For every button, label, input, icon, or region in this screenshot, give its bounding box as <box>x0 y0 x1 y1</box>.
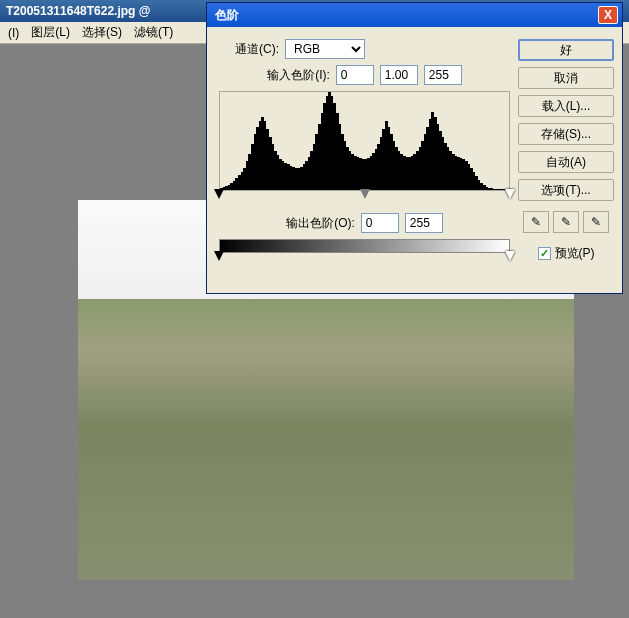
histogram <box>219 91 510 191</box>
menu-item[interactable]: 图层(L) <box>25 22 76 43</box>
output-white-slider[interactable] <box>505 251 515 261</box>
preview-checkbox[interactable]: ✓ <box>538 247 551 260</box>
eyedropper-icon: ✎ <box>591 215 601 229</box>
eyedropper-white-button[interactable]: ✎ <box>583 211 609 233</box>
eyedropper-gray-button[interactable]: ✎ <box>553 211 579 233</box>
output-levels-label: 输出色阶(O): <box>286 215 355 232</box>
input-black-field[interactable] <box>336 65 374 85</box>
menu-item[interactable]: 滤镜(T) <box>128 22 179 43</box>
input-levels-label: 输入色阶(I): <box>267 67 330 84</box>
cancel-button[interactable]: 取消 <box>518 67 614 89</box>
channel-label: 通道(C): <box>219 41 279 58</box>
app-title: T20051311648T622.jpg @ <box>6 4 150 18</box>
channel-select[interactable]: RGB <box>285 39 365 59</box>
close-icon: X <box>604 8 612 22</box>
output-black-field[interactable] <box>361 213 399 233</box>
dialog-titlebar[interactable]: 色阶 X <box>207 3 622 27</box>
auto-button[interactable]: 自动(A) <box>518 151 614 173</box>
levels-dialog: 色阶 X 通道(C): RGB 输入色阶(I): <box>206 2 623 294</box>
white-point-slider[interactable] <box>505 189 515 199</box>
black-point-slider[interactable] <box>214 189 224 199</box>
save-button[interactable]: 存储(S)... <box>518 123 614 145</box>
input-gamma-field[interactable] <box>380 65 418 85</box>
input-white-field[interactable] <box>424 65 462 85</box>
dialog-title: 色阶 <box>211 7 239 24</box>
load-button[interactable]: 载入(L)... <box>518 95 614 117</box>
close-button[interactable]: X <box>598 6 618 24</box>
menu-item[interactable]: (I) <box>2 24 25 42</box>
options-button[interactable]: 选项(T)... <box>518 179 614 201</box>
gamma-slider[interactable] <box>360 189 370 199</box>
output-slider-track[interactable] <box>219 251 510 263</box>
ok-button[interactable]: 好 <box>518 39 614 61</box>
preview-label: 预览(P) <box>555 245 595 262</box>
eyedropper-icon: ✎ <box>561 215 571 229</box>
menu-item[interactable]: 选择(S) <box>76 22 128 43</box>
output-black-slider[interactable] <box>214 251 224 261</box>
eyedropper-icon: ✎ <box>531 215 541 229</box>
output-white-field[interactable] <box>405 213 443 233</box>
eyedropper-black-button[interactable]: ✎ <box>523 211 549 233</box>
input-slider-track[interactable] <box>219 189 510 201</box>
